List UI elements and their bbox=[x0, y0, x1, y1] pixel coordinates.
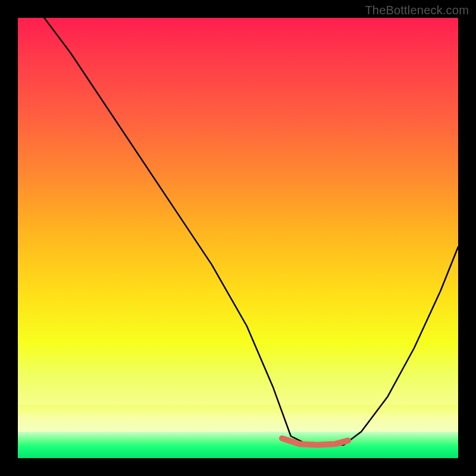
bottleneck-curve bbox=[44, 18, 458, 445]
chart-container: TheBottleneck.com bbox=[0, 0, 476, 476]
curve-svg bbox=[18, 18, 458, 458]
plot-area bbox=[18, 18, 458, 458]
min-highlight-marker bbox=[282, 439, 348, 445]
watermark-text: TheBottleneck.com bbox=[365, 4, 469, 17]
